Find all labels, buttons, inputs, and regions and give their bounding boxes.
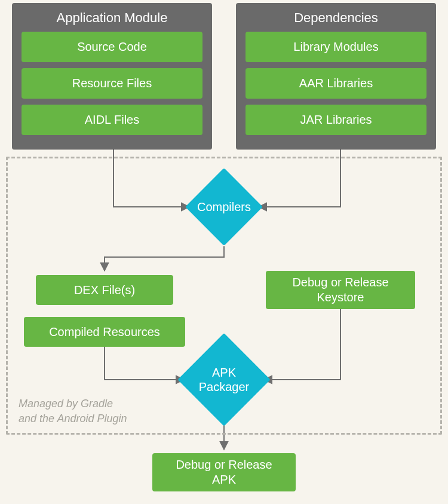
- dependencies-box: Dependencies Library Modules AAR Librari…: [236, 3, 436, 149]
- dependencies-title: Dependencies: [246, 10, 426, 26]
- top-modules-row: Application Module Source Code Resource …: [12, 3, 436, 149]
- compiled-resources-box: Compiled Resources: [24, 317, 185, 347]
- source-code-box: Source Code: [22, 32, 202, 62]
- apk-packager-node: APK Packager: [177, 333, 271, 426]
- resource-files-box: Resource Files: [22, 68, 202, 99]
- gradle-caption-line2: and the Android Plugin: [19, 413, 127, 424]
- library-modules-box: Library Modules: [246, 32, 426, 62]
- compilers-node: Compilers: [185, 168, 263, 246]
- application-module-box: Application Module Source Code Resource …: [12, 3, 212, 149]
- compilers-label: Compilers: [197, 179, 251, 234]
- gradle-caption: Managed by Gradle and the Android Plugin: [19, 396, 127, 426]
- apk-output-label: Debug or Release APK: [176, 457, 272, 487]
- keystore-box: Debug or Release Keystore: [266, 271, 415, 309]
- build-process-diagram: Application Module Source Code Resource …: [0, 0, 448, 504]
- apk-output-box: Debug or Release APK: [152, 453, 296, 491]
- apk-packager-label: APK Packager: [191, 347, 257, 413]
- gradle-caption-line1: Managed by Gradle: [19, 398, 113, 410]
- jar-libraries-box: JAR Libraries: [246, 105, 426, 135]
- dex-files-box: DEX File(s): [36, 275, 173, 305]
- aar-libraries-box: AAR Libraries: [246, 68, 426, 99]
- application-module-title: Application Module: [22, 10, 202, 26]
- keystore-label: Debug or Release Keystore: [292, 275, 388, 305]
- aidl-files-box: AIDL Files: [22, 105, 202, 135]
